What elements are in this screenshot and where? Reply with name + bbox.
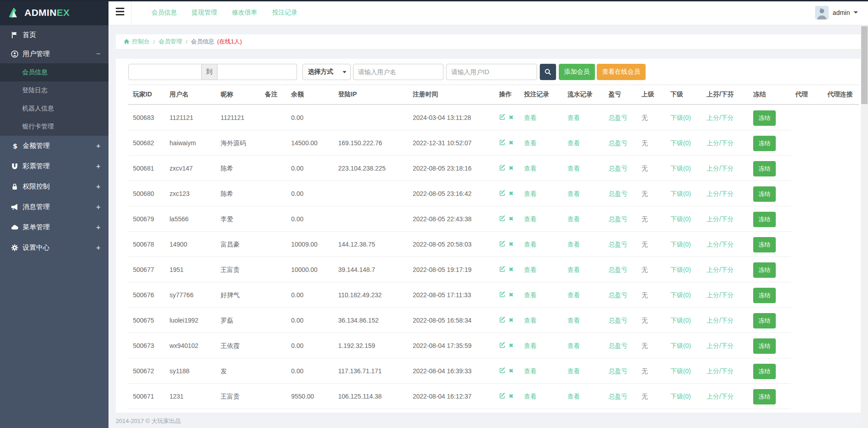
add-member-button[interactable]: 添加会员 <box>559 64 595 80</box>
subordinate-link[interactable]: 下级(0) <box>670 317 691 324</box>
delete-x-icon[interactable]: ✖ <box>509 342 514 349</box>
bet-record-view-link[interactable]: 查看 <box>524 190 537 197</box>
edit-icon[interactable] <box>499 266 506 272</box>
sidebar-item-permission-control[interactable]: 权限控制 + <box>0 176 108 197</box>
edit-icon[interactable] <box>499 164 506 171</box>
bet-record-view-link[interactable]: 查看 <box>524 241 537 248</box>
freeze-button[interactable]: 冻结 <box>753 262 776 278</box>
bet-record-view-link[interactable]: 查看 <box>524 367 537 375</box>
total-profit-link[interactable]: 总盈亏 <box>609 139 627 147</box>
sidebar-item-menu-management[interactable]: 菜单管理 + <box>0 217 108 238</box>
delete-x-icon[interactable]: ✖ <box>509 139 514 146</box>
sidebar-subitem-bankcard[interactable]: 银行卡管理 <box>0 118 108 136</box>
bet-record-view-link[interactable]: 查看 <box>524 317 537 324</box>
freeze-button[interactable]: 冻结 <box>753 161 776 176</box>
collapse-minus-icon[interactable]: − <box>96 50 100 58</box>
bet-record-view-link[interactable]: 查看 <box>524 165 537 172</box>
search-button[interactable] <box>540 64 556 80</box>
edit-icon[interactable] <box>499 240 506 247</box>
sidebar-item-amount-management[interactable]: $ 金额管理 + <box>0 136 108 156</box>
add-deduct-points-link[interactable]: 上分/下分 <box>707 342 734 349</box>
freeze-button[interactable]: 冻结 <box>753 338 776 354</box>
top-nav-modify-rate[interactable]: 修改倍率 <box>232 9 257 17</box>
delete-x-icon[interactable]: ✖ <box>509 165 514 171</box>
add-deduct-points-link[interactable]: 上分/下分 <box>707 367 734 375</box>
add-deduct-points-link[interactable]: 上分/下分 <box>707 266 734 273</box>
edit-icon[interactable] <box>499 367 506 374</box>
delete-x-icon[interactable]: ✖ <box>509 367 514 374</box>
flow-record-view-link[interactable]: 查看 <box>567 342 580 349</box>
bet-record-view-link[interactable]: 查看 <box>524 393 537 400</box>
flow-record-view-link[interactable]: 查看 <box>567 367 580 375</box>
top-nav-withdraw-management[interactable]: 提现管理 <box>192 9 217 17</box>
edit-icon[interactable] <box>499 139 506 146</box>
subordinate-link[interactable]: 下级(0) <box>670 241 691 248</box>
breadcrumb-member-management[interactable]: 会员管理 <box>159 38 182 46</box>
bet-record-view-link[interactable]: 查看 <box>524 291 537 299</box>
range-start-input[interactable] <box>128 64 202 80</box>
edit-icon[interactable] <box>499 215 506 222</box>
total-profit-link[interactable]: 总盈亏 <box>609 342 627 349</box>
userid-input[interactable] <box>446 64 537 80</box>
delete-x-icon[interactable]: ✖ <box>509 317 514 323</box>
flow-record-view-link[interactable]: 查看 <box>567 190 580 197</box>
expand-plus-icon[interactable]: + <box>96 244 100 252</box>
view-online-members-button[interactable]: 查看在线会员 <box>597 64 646 80</box>
total-profit-link[interactable]: 总盈亏 <box>609 266 627 273</box>
subordinate-link[interactable]: 下级(0) <box>670 190 691 197</box>
subordinate-link[interactable]: 下级(0) <box>670 266 691 273</box>
freeze-button[interactable]: 冻结 <box>753 136 776 151</box>
total-profit-link[interactable]: 总盈亏 <box>609 241 627 248</box>
add-deduct-points-link[interactable]: 上分/下分 <box>707 165 734 172</box>
scrollbar-thumb[interactable] <box>861 26 868 104</box>
subordinate-link[interactable]: 下级(0) <box>670 114 691 121</box>
total-profit-link[interactable]: 总盈亏 <box>609 215 627 223</box>
vertical-scrollbar[interactable] <box>861 25 868 428</box>
freeze-button[interactable]: 冻结 <box>753 313 776 328</box>
flow-record-view-link[interactable]: 查看 <box>567 165 580 172</box>
delete-x-icon[interactable]: ✖ <box>509 291 514 298</box>
bet-record-view-link[interactable]: 查看 <box>524 114 537 121</box>
expand-plus-icon[interactable]: + <box>96 183 100 191</box>
sidebar-item-home[interactable]: 首页 <box>0 25 108 44</box>
add-deduct-points-link[interactable]: 上分/下分 <box>707 393 734 400</box>
subordinate-link[interactable]: 下级(0) <box>670 215 691 223</box>
delete-x-icon[interactable]: ✖ <box>509 266 514 273</box>
top-nav-member-info[interactable]: 会员信息 <box>151 9 177 17</box>
total-profit-link[interactable]: 总盈亏 <box>609 114 627 121</box>
freeze-button[interactable]: 冻结 <box>753 389 776 404</box>
total-profit-link[interactable]: 总盈亏 <box>609 393 627 400</box>
edit-icon[interactable] <box>499 190 506 196</box>
subordinate-link[interactable]: 下级(0) <box>670 393 691 400</box>
freeze-button[interactable]: 冻结 <box>753 110 776 126</box>
add-deduct-points-link[interactable]: 上分/下分 <box>707 241 734 248</box>
delete-x-icon[interactable]: ✖ <box>509 190 514 197</box>
edit-icon[interactable] <box>499 342 506 348</box>
sidebar-item-lottery-management[interactable]: 彩票管理 + <box>0 156 108 176</box>
total-profit-link[interactable]: 总盈亏 <box>609 165 627 172</box>
user-menu[interactable]: admin <box>815 0 858 25</box>
edit-icon[interactable] <box>499 316 506 323</box>
freeze-button[interactable]: 冻结 <box>753 186 776 202</box>
method-select[interactable]: 选择方式 <box>302 64 351 80</box>
flow-record-view-link[interactable]: 查看 <box>567 241 580 248</box>
delete-x-icon[interactable]: ✖ <box>509 241 514 247</box>
sidebar-subitem-member-info[interactable]: 会员信息 <box>0 63 108 81</box>
sidebar-subitem-robot-info[interactable]: 机器人信息 <box>0 100 108 118</box>
add-deduct-points-link[interactable]: 上分/下分 <box>707 291 734 299</box>
sidebar-item-message-management[interactable]: 消息管理 + <box>0 197 108 217</box>
total-profit-link[interactable]: 总盈亏 <box>609 367 627 375</box>
delete-x-icon[interactable]: ✖ <box>509 114 514 121</box>
edit-icon[interactable] <box>499 114 506 120</box>
bet-record-view-link[interactable]: 查看 <box>524 139 537 147</box>
expand-plus-icon[interactable]: + <box>96 162 100 171</box>
add-deduct-points-link[interactable]: 上分/下分 <box>707 139 734 147</box>
flow-record-view-link[interactable]: 查看 <box>567 291 580 299</box>
subordinate-link[interactable]: 下级(0) <box>670 291 691 299</box>
expand-plus-icon[interactable]: + <box>96 224 100 232</box>
sidebar-item-settings-center[interactable]: 设置中心 + <box>0 238 108 258</box>
range-end-input[interactable] <box>217 64 297 80</box>
freeze-button[interactable]: 冻结 <box>753 212 776 227</box>
total-profit-link[interactable]: 总盈亏 <box>609 317 627 324</box>
delete-x-icon[interactable]: ✖ <box>509 215 514 222</box>
